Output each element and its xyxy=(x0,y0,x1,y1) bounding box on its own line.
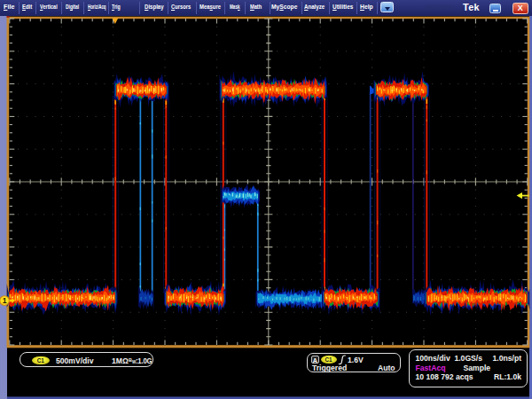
svg-text:1: 1 xyxy=(3,296,7,305)
